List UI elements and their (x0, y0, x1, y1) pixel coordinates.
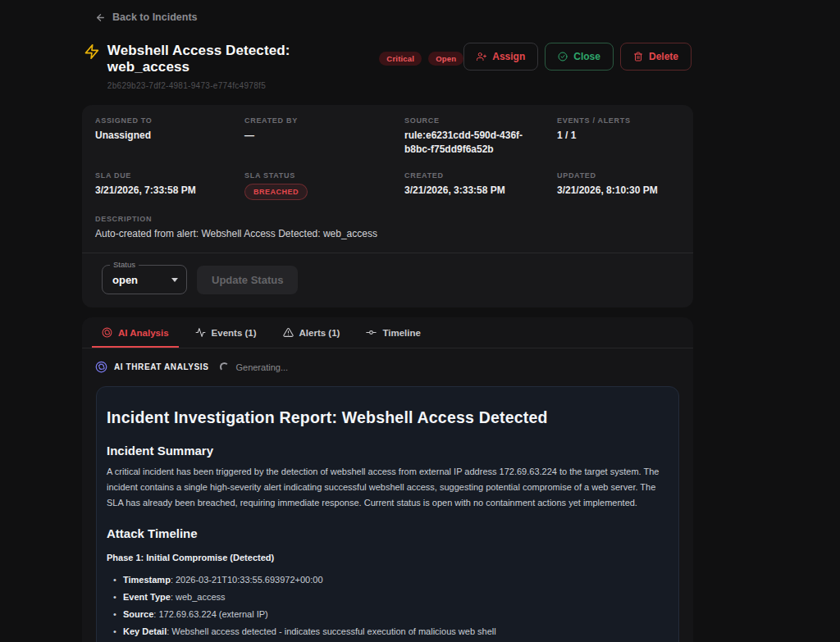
report-title: Incident Investigation Report: Webshell … (107, 408, 669, 427)
detail-field-value: 3/21/2026, 3:33:58 PM (404, 184, 549, 198)
detail-field-2: SOURCErule:e6231cdd-590d-436f-b8bc-f75dd… (404, 116, 549, 157)
detail-field-value: rule:e6231cdd-590d-436f-b8bc-f75dd9f6a52… (404, 129, 549, 157)
incident-tabs-panel: AI AnalysisEvents (1)Alerts (1)Timeline … (82, 317, 693, 642)
page-title: Webshell Access Detected: web_access (107, 43, 373, 75)
details-fields-grid: ASSIGNED TOUnassignedCREATED BY—SOURCEru… (95, 116, 680, 201)
chevron-down-icon (171, 278, 178, 282)
detail-field-label: EVENTS / ALERTS (557, 116, 680, 125)
close-button-label: Close (573, 51, 600, 62)
back-link-label: Back to Incidents (112, 11, 198, 23)
report-bullet-item: Event Type: web_access (112, 591, 669, 604)
detail-field-label: UPDATED (557, 171, 680, 180)
detail-field-0: ASSIGNED TOUnassigned (95, 116, 236, 157)
detail-field-5: SLA STATUSBREACHED (244, 171, 396, 200)
status-badge: Open (428, 52, 463, 66)
activity-icon (195, 327, 206, 338)
report-section-heading: Incident Summary (107, 444, 669, 458)
delete-button-label: Delete (649, 51, 678, 62)
report-paragraph: Phase 1: Initial Compromise (Detected) (107, 550, 669, 566)
detail-field-7: UPDATED3/21/2026, 8:10:30 PM (557, 171, 680, 200)
tab-ai-analysis[interactable]: AI Analysis (92, 317, 179, 348)
tab-label: Events (1) (212, 328, 257, 338)
detail-field-label: SOURCE (404, 116, 549, 125)
incident-id: 2b629b23-7df2-4981-9473-e774fc4978f5 (107, 81, 463, 90)
description-value: Auto-created from alert: Webshell Access… (95, 228, 680, 239)
detail-field-4: SLA DUE3/21/2026, 7:33:58 PM (95, 171, 236, 200)
trash-icon (633, 52, 643, 61)
description-field: DESCRIPTION Auto-created from alert: Web… (95, 215, 680, 239)
ai-report: Incident Investigation Report: Webshell … (96, 386, 679, 642)
brain-icon (95, 361, 107, 373)
delete-button[interactable]: Delete (620, 43, 692, 71)
zap-icon (84, 43, 100, 60)
report-body: Incident SummaryA critical incident has … (107, 444, 669, 642)
report-bullet-item: Key Detail: Webshell access detected - i… (112, 626, 669, 639)
brain-icon (102, 327, 112, 338)
tab-timeline[interactable]: Timeline (356, 317, 430, 348)
detail-field-value: 3/21/2026, 8:10:30 PM (557, 184, 680, 198)
assign-button[interactable]: Assign (463, 43, 538, 71)
tab-label: Timeline (382, 328, 420, 338)
tab-alerts-1[interactable]: Alerts (1) (273, 317, 350, 348)
detail-field-value: 1 / 1 (557, 129, 680, 143)
header-actions: Assign Close Delete (463, 43, 692, 71)
status-select-label: Status (110, 260, 139, 269)
loading-spinner-icon (220, 362, 229, 371)
detail-field-label: CREATED (404, 171, 549, 180)
alert-triangle-icon (283, 327, 294, 338)
detail-field-1: CREATED BY— (244, 116, 396, 157)
detail-field-label: CREATED BY (244, 116, 396, 125)
check-circle-icon (558, 52, 568, 61)
tab-events-1[interactable]: Events (1) (185, 317, 267, 348)
detail-field-value: 3/21/2026, 7:33:58 PM (95, 184, 236, 198)
ai-analysis-title: AI THREAT ANALYSIS (114, 362, 208, 371)
report-bullet-item: Source: 172.69.63.224 (external IP) (112, 608, 669, 622)
status-select-value: open (112, 274, 138, 286)
tab-label: AI Analysis (118, 328, 169, 338)
user-plus-icon (477, 52, 486, 61)
git-commit-icon (366, 327, 377, 338)
report-paragraph: A critical incident has been triggered b… (107, 464, 669, 510)
detail-field-label: SLA DUE (95, 171, 236, 180)
status-select[interactable]: Status open (102, 265, 187, 294)
report-bullet-list: Timestamp: 2026-03-21T10:33:55.693972+00… (112, 574, 669, 639)
detail-field-value: Unassigned (95, 129, 236, 143)
tab-label: Alerts (1) (299, 328, 340, 338)
incident-details-card: ASSIGNED TOUnassignedCREATED BY—SOURCEru… (82, 105, 693, 308)
description-label: DESCRIPTION (95, 215, 680, 223)
incident-header: Webshell Access Detected: web_access Cri… (82, 43, 693, 90)
detail-field-label: ASSIGNED TO (95, 116, 236, 125)
report-bold-text: Event Type (123, 592, 171, 602)
content-column: Back to Incidents Webshell Access Detect… (82, 0, 693, 642)
update-status-button[interactable]: Update Status (197, 266, 298, 294)
status-update-row: Status open Update Status (95, 253, 680, 307)
report-bold-text: Phase 1: Initial Compromise (Detected) (107, 553, 274, 562)
sla-breached-badge: BREACHED (244, 184, 308, 200)
report-section-heading: Attack Timeline (107, 526, 669, 540)
report-bold-text: Timestamp (123, 575, 171, 585)
report-bullet-item: Timestamp: 2026-03-21T10:33:55.693972+00… (112, 574, 669, 587)
detail-field-label: SLA STATUS (244, 171, 396, 180)
report-bold-text: Key Detail (123, 626, 167, 636)
detail-field-3: EVENTS / ALERTS1 / 1 (557, 116, 680, 157)
arrow-left-icon (95, 12, 106, 23)
incident-detail-page: Back to Incidents Webshell Access Detect… (0, 0, 840, 642)
detail-field-value: — (244, 129, 396, 143)
report-bold-text: Source (123, 609, 153, 619)
generating-status: Generating... (235, 362, 288, 372)
back-to-incidents-link[interactable]: Back to Incidents (95, 11, 198, 23)
severity-badge: Critical (379, 52, 422, 66)
tab-row: AI AnalysisEvents (1)Alerts (1)Timeline (82, 317, 693, 348)
close-button[interactable]: Close (545, 43, 614, 71)
assign-button-label: Assign (492, 51, 525, 62)
detail-field-6: CREATED3/21/2026, 3:33:58 PM (404, 171, 549, 200)
ai-analysis-header: AI THREAT ANALYSIS Generating... (82, 348, 693, 381)
